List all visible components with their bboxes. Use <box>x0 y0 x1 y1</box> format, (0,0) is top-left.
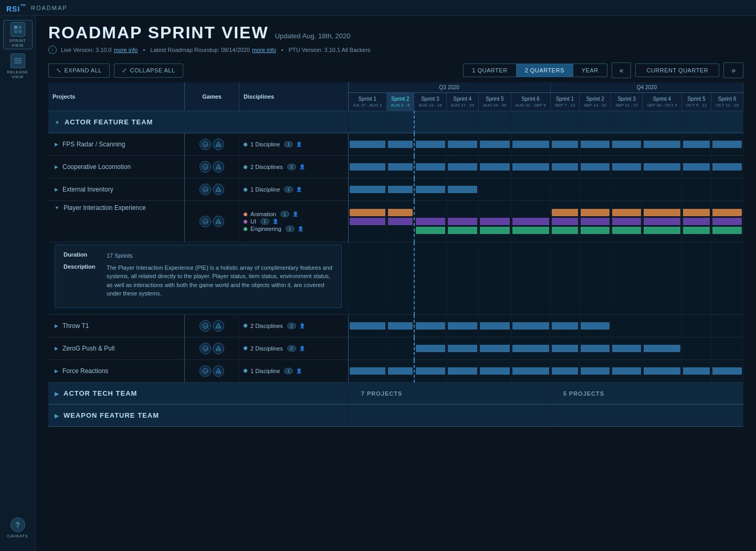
project-row-throw-t1[interactable]: ▶ Throw T1 SC 42 2 Disciplines 2 👤 <box>48 314 743 337</box>
svg-rect-2 <box>14 30 17 33</box>
timeline-cell-s9 <box>611 156 643 178</box>
timeline-cell-s10 <box>643 359 682 382</box>
app-name: ROADMAP <box>31 5 68 11</box>
section-timeline-s11 <box>681 111 711 133</box>
svg-text:SC: SC <box>204 325 208 328</box>
project-expand-chevron[interactable]: ▶ <box>55 187 58 192</box>
discipline-count: 1 <box>284 141 293 147</box>
ptu-version: PTU Version: 3.10.1 All Backers <box>289 47 371 53</box>
timeline-cell-s4 <box>446 314 478 337</box>
sidebar-item-caveats[interactable]: ? CAVEATS <box>3 513 33 543</box>
current-quarter-button[interactable]: CURRENT QUARTER <box>635 63 719 77</box>
timeline-cell-s12 <box>711 156 743 178</box>
discipline-dot <box>244 324 247 327</box>
game-icons: SC 42 <box>189 365 235 377</box>
project-expand-chevron[interactable]: ▶ <box>55 323 58 329</box>
project-name-cell: ▼ Player Interaction Experience <box>48 201 185 242</box>
section-timeline-s5 <box>479 111 511 133</box>
sprint-q3-5: Sprint 5 AUG 24 - 30 <box>479 93 511 111</box>
view-year[interactable]: YEAR <box>573 64 607 77</box>
view-toggle: 1 QUARTER 2 QUARTERS YEAR <box>463 63 607 77</box>
discipline-dot <box>244 220 247 224</box>
timeline-cell-s9 <box>611 337 643 359</box>
project-row-cooperative-locomotion[interactable]: ▶ Cooperative Locomotion SC 42 2 Discipl… <box>48 156 743 178</box>
live-version: Live Version: 3.10.0 <box>61 47 112 53</box>
person-icon: 👤 <box>296 368 302 374</box>
section-weapon-feature-team[interactable]: ▶WEAPON FEATURE TEAM <box>48 404 743 426</box>
timeline-cell-s7 <box>550 337 580 359</box>
release-view-icon <box>10 54 25 68</box>
project-expand-chevron[interactable]: ▶ <box>55 368 58 374</box>
prev-button[interactable]: « <box>612 63 631 78</box>
svg-rect-4 <box>14 58 22 59</box>
timeline-cell-s2 <box>386 156 414 178</box>
discipline-name: 1 Discipline <box>250 186 280 193</box>
header-info: i Live Version: 3.10.0 more info • Lates… <box>48 46 743 54</box>
summary-count-left: 7 projects <box>355 388 408 399</box>
nav-arrows-right: » <box>723 62 743 78</box>
section-actor-tech-team[interactable]: ▶ACTOR TECH TEAM7 projects5 projects <box>48 382 743 404</box>
section-timeline-s10 <box>643 111 682 133</box>
games-col: SC 42 <box>185 201 239 242</box>
svg-text:42: 42 <box>217 143 220 146</box>
game-icons: SC 42 <box>189 139 235 150</box>
more-info-link-1[interactable]: more info <box>114 47 138 53</box>
discipline-dot <box>244 213 247 216</box>
project-row-zerog-push-pull[interactable]: ▶ ZeroG Push & Pull SC 42 2 Disciplines … <box>48 337 743 359</box>
view-1quarter[interactable]: 1 QUARTER <box>464 64 516 77</box>
project-name-cell: ▶ ZeroG Push & Pull <box>48 337 185 359</box>
game-icons: SC 42 <box>189 161 235 173</box>
sq42-icon: 42 <box>213 216 224 227</box>
detail-box: Duration 17 Sprints Description The Play… <box>55 245 342 308</box>
disciplines-cell: 2 Disciplines 2 👤 <box>239 337 349 359</box>
timeline-cell-s7 <box>550 133 580 156</box>
sidebar-item-release-view[interactable]: RELEASE VIEW <box>3 51 33 81</box>
timeline-cell-s6 <box>511 314 550 337</box>
collapse-all-button[interactable]: ⤢ COLLAPSE ALL <box>114 63 183 78</box>
project-row-external-inventory[interactable]: ▶ External Inventory SC 42 1 Discipline … <box>48 178 743 201</box>
table-header: Projects Games Disciplines Q3 2020 Q4 20… <box>48 82 743 111</box>
section-timeline-s9 <box>611 111 643 133</box>
section-header-label: ▶WEAPON FEATURE TEAM <box>48 404 348 426</box>
svg-text:SC: SC <box>204 220 208 224</box>
timeline-cell-s11 <box>681 178 711 201</box>
timeline-cell-s5 <box>479 337 511 359</box>
timeline-cell-s7 <box>550 156 580 178</box>
svg-text:SC: SC <box>204 188 208 192</box>
project-name: ▶ Throw T1 <box>55 322 178 330</box>
timeline-cell-s7 <box>550 314 580 337</box>
game-icons: SC 42 <box>189 343 235 354</box>
timeline-cell-s8 <box>580 156 611 178</box>
next-button[interactable]: » <box>724 63 743 78</box>
game-icons: SC 42 <box>189 320 235 332</box>
sidebar-item-label-sprint: SPRINT VIEW <box>4 38 32 48</box>
project-expand-chevron[interactable]: ▶ <box>55 346 58 351</box>
more-info-link-2[interactable]: more info <box>252 47 276 53</box>
sprint-view-icon <box>10 22 25 37</box>
project-expand-chevron[interactable]: ▶ <box>55 164 58 169</box>
expand-all-button[interactable]: ⤡ EXPAND ALL <box>48 63 110 78</box>
q3-header: Q3 2020 <box>348 82 550 93</box>
project-expand-chevron[interactable]: ▼ <box>55 205 59 210</box>
timeline-cell-s11 <box>681 337 711 359</box>
project-row-force-reactions[interactable]: ▶ Force Reactions SC 42 1 Discipline 1 👤 <box>48 359 743 382</box>
games-col-header: Games <box>185 82 239 111</box>
sq42-icon: 42 <box>213 139 224 150</box>
svg-text:42: 42 <box>217 325 220 328</box>
project-row-player-interaction[interactable]: ▼ Player Interaction Experience SC 42 An… <box>48 201 743 242</box>
project-name-cell: ▶ FPS Radar / Scanning <box>48 133 185 156</box>
project-row-fps-radar[interactable]: ▶ FPS Radar / Scanning SC 42 1 Disciplin… <box>48 133 743 156</box>
person-icon: 👤 <box>296 187 302 192</box>
timeline-multi-cell-s7 <box>550 201 580 242</box>
quarter-header-row: Projects Games Disciplines Q3 2020 Q4 20… <box>48 82 743 93</box>
sq42-icon: 42 <box>213 184 224 195</box>
expand-all-label: EXPAND ALL <box>65 67 102 73</box>
project-expand-chevron[interactable]: ▶ <box>55 142 58 147</box>
sprint-q3-1: Sprint 1 JUL 27 - AUG 2 <box>348 93 386 111</box>
view-2quarters[interactable]: 2 QUARTERS <box>517 64 573 77</box>
section-actor-feature-team[interactable]: ▼ACTOR FEATURE TEAM <box>48 111 743 133</box>
sidebar-item-sprint-view[interactable]: SPRINT VIEW <box>3 20 33 49</box>
project-title: FPS Radar / Scanning <box>62 141 125 148</box>
timeline-cell-s10 <box>643 314 682 337</box>
disciplines-cell: Animation 1 👤 UI 1 👤 Engineering 1 👤 <box>239 201 349 242</box>
